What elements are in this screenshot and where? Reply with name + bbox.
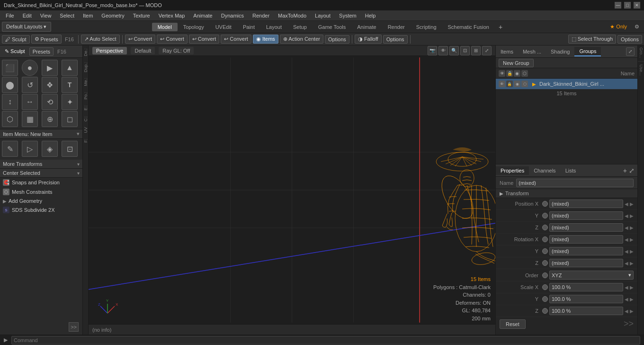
vp-ctrl-grid[interactable]: ⊞	[471, 46, 481, 55]
vside-me[interactable]: Me.:	[83, 75, 88, 89]
tool-btn-14[interactable]: ▦	[22, 111, 38, 127]
col-vis3-icon[interactable]: ⬡	[521, 70, 528, 77]
star-only-button[interactable]: ★ Only	[607, 23, 630, 31]
convert-button-4[interactable]: ↩ Convert	[221, 35, 251, 44]
pos-z-input[interactable]	[549, 223, 623, 232]
tool-btn-9[interactable]: ↕	[2, 94, 18, 110]
tool-btn-13[interactable]: ⬡	[2, 111, 18, 127]
tool-btn-3[interactable]: ▶	[42, 60, 58, 76]
layout-tab-animate[interactable]: Animate	[351, 23, 382, 31]
vp-tab-perspective[interactable]: Perspective	[92, 47, 127, 54]
scene-tab-groups[interactable]: Groups	[574, 47, 601, 56]
layout-tab-paint[interactable]: Paint	[237, 23, 260, 31]
menu-select[interactable]: Select	[56, 12, 78, 19]
vside-f[interactable]: F:	[83, 136, 88, 145]
presets-dropdown[interactable]: Presets	[29, 47, 54, 56]
layout-tab-gametools[interactable]: Game Tools	[313, 23, 352, 31]
scale-x-right-arrow[interactable]: ▶	[630, 285, 634, 290]
viewport[interactable]: Perspective Default Ray GL: Off 📷 👁 🔍 ⊡ …	[89, 45, 495, 335]
tool-btn-12[interactable]: ✦	[62, 94, 78, 110]
rot-x-input[interactable]	[549, 235, 623, 244]
props-nav-right[interactable]: >>	[624, 319, 634, 329]
vis-render-btn[interactable]: ◉	[514, 81, 520, 87]
menu-geometry[interactable]: Geometry	[98, 12, 128, 19]
items-button[interactable]: ◉ Items	[253, 35, 278, 44]
vside-dup[interactable]: Dup.:	[83, 59, 88, 75]
tool-btn-7[interactable]: ❖	[42, 77, 58, 93]
scene-item-0[interactable]: 👁 🔒 ◉ ⬡ ▶ Dark_Skinned_Bikini_Girl ...	[496, 79, 637, 90]
convert-button-1[interactable]: ↩ Convert	[125, 35, 156, 44]
new-group-button[interactable]: New Group	[499, 59, 534, 67]
layout-tab-render[interactable]: Render	[382, 23, 411, 31]
falloff-button[interactable]: ◑ Falloff	[355, 35, 382, 44]
scene-tab-shading[interactable]: Shading	[546, 47, 574, 56]
layout-tab-layout[interactable]: Layout	[260, 23, 287, 31]
layout-tab-schematic[interactable]: Schematic Fusion	[442, 23, 495, 31]
rot-x-circle[interactable]	[542, 236, 548, 242]
vp-tab-default[interactable]: Default	[131, 47, 155, 54]
vp-ctrl-view[interactable]: 👁	[438, 46, 448, 55]
scale-y-left-arrow[interactable]: ◀	[625, 297, 628, 302]
tool-btn-18[interactable]: ▷	[22, 141, 38, 157]
pos-y-left-arrow[interactable]: ◀	[625, 213, 628, 218]
options-button-3[interactable]: Options	[617, 35, 642, 44]
layout-tab-model[interactable]: Model	[152, 23, 178, 31]
vp-ctrl-cam[interactable]: 📷	[428, 46, 437, 55]
vside-c[interactable]: C::	[83, 113, 88, 125]
layout-tab-uvedit[interactable]: UVEdit	[210, 23, 237, 31]
tool-btn-15[interactable]: ⊕	[42, 111, 58, 127]
convert-button-3[interactable]: ↩ Convert	[189, 35, 220, 44]
vside-de[interactable]: De.:	[83, 45, 88, 59]
menu-item[interactable]: Item	[79, 12, 97, 19]
command-input[interactable]	[11, 336, 640, 345]
reset-button[interactable]: Reset	[500, 319, 526, 329]
rot-z-circle[interactable]	[542, 260, 548, 266]
scene-tab-items[interactable]: Items	[496, 47, 518, 56]
tool-btn-16[interactable]: ◻	[62, 111, 78, 127]
menu-maxtomodo[interactable]: MaxToModo	[274, 12, 310, 19]
layout-tab-topology[interactable]: Topology	[178, 23, 210, 31]
scale-y-right-arrow[interactable]: ▶	[630, 297, 634, 302]
add-geometry-row[interactable]: ▶ Add Geometry	[0, 197, 82, 205]
rot-z-right-arrow[interactable]: ▶	[630, 261, 634, 266]
sculpt-mode-button[interactable]: ✎ Sculpt	[2, 47, 28, 55]
scale-y-circle[interactable]	[542, 296, 548, 302]
vp-ctrl-fit[interactable]: ⊡	[460, 46, 470, 55]
props-plus-button[interactable]: +	[623, 167, 627, 174]
menu-layout[interactable]: Layout	[311, 12, 334, 19]
action-center-button[interactable]: ⊕ Action Center	[280, 35, 323, 44]
rstrip-groups[interactable]: Gro...	[638, 45, 644, 60]
vside-po[interactable]: Po.:	[83, 89, 88, 102]
menu-vertexmap[interactable]: Vertex Map	[155, 12, 189, 19]
scale-y-input[interactable]	[549, 295, 623, 303]
menu-render[interactable]: Render	[249, 12, 273, 19]
more-transforms-row[interactable]: More Transforms ▾	[0, 160, 82, 169]
vis-mesh-btn[interactable]: ⬡	[521, 81, 528, 87]
vis-lock-btn[interactable]: 🔒	[506, 81, 513, 87]
close-button[interactable]: ✕	[634, 2, 640, 9]
pos-x-left-arrow[interactable]: ◀	[625, 201, 628, 207]
tool-btn-1[interactable]: ⬛	[2, 60, 18, 76]
vis-eye-btn[interactable]: 👁	[499, 81, 505, 87]
pos-z-left-arrow[interactable]: ◀	[625, 225, 628, 230]
rot-y-right-arrow[interactable]: ▶	[630, 249, 634, 254]
order-dropdown[interactable]: XYZ ▾	[549, 271, 634, 280]
vp-ctrl-expand[interactable]: ⤢	[482, 46, 492, 55]
presets-button[interactable]: ⚙ Presets	[31, 35, 62, 44]
expand-button[interactable]: >>	[69, 322, 79, 332]
scale-x-input[interactable]	[549, 283, 623, 291]
rot-x-right-arrow[interactable]: ▶	[630, 237, 634, 242]
maximize-button[interactable]: □	[624, 2, 631, 9]
menu-file[interactable]: File	[2, 12, 18, 19]
props-tab-properties[interactable]: Properties	[496, 166, 529, 175]
props-tab-channels[interactable]: Channels	[529, 166, 560, 175]
tool-btn-6[interactable]: ↺	[22, 77, 38, 93]
rot-y-left-arrow[interactable]: ◀	[625, 249, 628, 254]
scale-z-left-arrow[interactable]: ◀	[625, 309, 628, 314]
tool-btn-2[interactable]: ●	[22, 60, 38, 76]
menu-view[interactable]: View	[36, 12, 55, 19]
menu-help[interactable]: Help	[361, 12, 380, 19]
tool-btn-20[interactable]: ⊡	[62, 141, 78, 157]
layout-tab-scripting[interactable]: Scripting	[411, 23, 442, 31]
menu-texture[interactable]: Texture	[129, 12, 154, 19]
